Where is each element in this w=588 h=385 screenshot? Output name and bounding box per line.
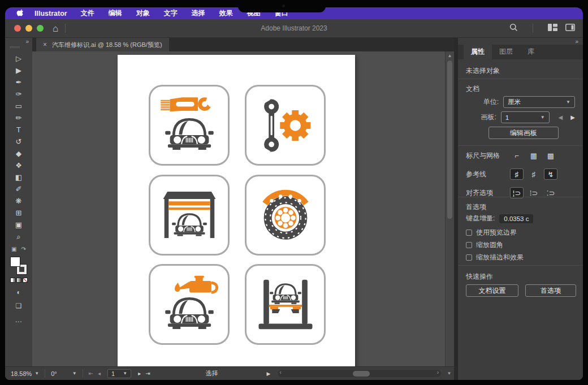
previous-artboard-button[interactable]: ◀ xyxy=(559,114,563,120)
paintbrush-tool[interactable]: ✏ xyxy=(10,112,27,124)
eraser-tool[interactable]: ◆ xyxy=(10,148,27,159)
rotation-dropdown[interactable]: 0° ▼ xyxy=(45,369,82,378)
collapse-panel-icon[interactable]: » xyxy=(575,38,578,45)
artboard[interactable] xyxy=(118,55,355,366)
symbol-sprayer-tool[interactable]: ❋ xyxy=(10,195,27,207)
scale-corners-label: 缩放圆角 xyxy=(476,240,503,250)
menu-item-type[interactable]: 文字 xyxy=(164,8,178,18)
first-artboard-icon[interactable]: ⇤ xyxy=(89,370,93,377)
chevron-down-icon: ▼ xyxy=(123,371,127,376)
workspace-switcher-icon[interactable] xyxy=(548,23,557,33)
zoom-tool[interactable]: ⌕ xyxy=(10,231,27,243)
gradient-swatch-button[interactable] xyxy=(16,278,21,283)
menu-item-object[interactable]: 对象 xyxy=(136,8,150,18)
fill-stroke-control[interactable] xyxy=(10,257,27,274)
scroll-down-icon[interactable]: ▼ xyxy=(444,371,454,376)
menu-item-effect[interactable]: 效果 xyxy=(219,8,233,18)
rectangle-tool[interactable]: ▭ xyxy=(10,100,27,112)
next-artboard-icon[interactable]: ▸ xyxy=(138,370,141,377)
vertical-scrollbar[interactable]: ▲ xyxy=(445,51,454,366)
drawing-mode-icon[interactable]: ◐ xyxy=(16,288,20,296)
search-icon[interactable] xyxy=(509,23,518,34)
horizontal-scroll-thumb[interactable] xyxy=(353,371,370,377)
scroll-up-icon[interactable]: ▲ xyxy=(446,53,454,58)
screen-mode-icon[interactable]: ❏ xyxy=(16,302,22,310)
scroll-right-icon[interactable]: › xyxy=(437,369,439,375)
car-lift-icon[interactable] xyxy=(245,264,326,345)
unit-dropdown[interactable]: 厘米 ▼ xyxy=(503,96,575,108)
scale-strokes-effects-checkbox[interactable] xyxy=(466,254,472,261)
ruler-icon[interactable]: ⌐ xyxy=(510,150,524,161)
swap-fill-stroke-icon[interactable]: ↷ xyxy=(21,246,26,252)
eyedropper-tool[interactable]: ✐ xyxy=(10,183,27,195)
artboard-tool[interactable]: ▣ xyxy=(10,219,27,231)
document-setup-button[interactable]: 文档设置 xyxy=(466,284,518,297)
close-tab-icon[interactable]: × xyxy=(43,41,47,49)
rotate-tool[interactable]: ↺ xyxy=(10,136,27,148)
oil-change-car-icon[interactable] xyxy=(149,264,230,345)
edit-artboard-button[interactable]: 编辑画板 xyxy=(488,127,559,139)
scale-corners-checkbox[interactable] xyxy=(466,242,472,248)
next-artboard-button[interactable]: ▶ xyxy=(570,114,575,120)
fill-swatch[interactable] xyxy=(10,257,20,267)
graph-tool[interactable]: ⊞ xyxy=(10,207,27,219)
pen-tool[interactable]: ✒ xyxy=(10,76,27,88)
tab-properties[interactable]: 属性 xyxy=(464,44,492,59)
pixel-grid-icon[interactable]: ▩ xyxy=(544,150,557,161)
preferences-button[interactable]: 首选项 xyxy=(525,284,576,297)
lock-guides-icon[interactable]: ♯ xyxy=(527,168,541,180)
color-swatch-button[interactable] xyxy=(10,278,15,283)
selection-tool[interactable]: ▷ xyxy=(10,53,27,64)
panel-layout-icon[interactable] xyxy=(565,23,575,33)
titlebar-divider xyxy=(533,24,533,33)
chevron-down-icon: ▼ xyxy=(566,100,570,105)
garage-car-icon[interactable] xyxy=(149,175,230,256)
tab-libraries[interactable]: 库 xyxy=(520,44,542,59)
gradient-tool[interactable]: ◧ xyxy=(10,171,27,183)
status-flyout-icon[interactable]: ▶ xyxy=(267,371,271,377)
keyboard-increment-field[interactable]: 0.0353 c xyxy=(499,214,533,223)
wheel-bearing-brake-icon[interactable] xyxy=(245,175,326,256)
car-service-brush-wrench-icon[interactable] xyxy=(149,85,230,166)
artboard-nav-dropdown[interactable]: 1 ▼ xyxy=(107,369,131,378)
last-artboard-icon[interactable]: ⇥ xyxy=(145,370,150,377)
document-tab-label: 汽车维修标识.ai @ 18.58 % (RGB/预览) xyxy=(52,41,162,49)
curvature-tool[interactable]: ✑ xyxy=(10,88,27,100)
shape-builder-tool[interactable]: ❖ xyxy=(10,159,27,171)
tab-layers[interactable]: 图层 xyxy=(492,44,520,59)
collapse-tools-icon[interactable]: » xyxy=(25,38,29,45)
guides-label: 参考线 xyxy=(466,170,510,179)
vertical-scroll-thumb[interactable] xyxy=(447,60,452,219)
menu-item-edit[interactable]: 编辑 xyxy=(109,8,122,18)
menu-item-file[interactable]: 文件 xyxy=(81,8,94,18)
tools-panel: » ▷ ▶ ✒ ✑ ▭ ✏ T ↺ ◆ ❖ ◧ ✐ ❋ ⊞ ▣ ⌕ ▣ ↷ xyxy=(5,38,32,366)
document-tab[interactable]: × 汽车维修标识.ai @ 18.58 % (RGB/预览) xyxy=(36,38,169,51)
direct-selection-tool[interactable]: ▶ xyxy=(10,64,27,76)
previous-artboard-icon[interactable]: ◂ xyxy=(98,370,101,377)
horizontal-scrollbar[interactable]: ‹ › xyxy=(278,370,442,377)
grid-icon[interactable]: ▦ xyxy=(527,150,541,161)
none-swatch-button[interactable] xyxy=(23,278,28,283)
scale-strokes-effects-label: 缩放描边和效果 xyxy=(476,253,524,262)
artboard-label: 画板: xyxy=(458,113,496,122)
app-menu[interactable]: Illustrator xyxy=(34,10,67,18)
edit-toolbar-icon[interactable]: ⋯ xyxy=(15,318,23,326)
tools-grip[interactable] xyxy=(10,46,20,48)
zoom-level-dropdown[interactable]: 18.58% ▼ xyxy=(5,369,45,378)
change-artboard-icon[interactable]: ▣ xyxy=(11,246,16,252)
no-selection-label: 未选择对象 xyxy=(466,66,500,76)
chevron-down-icon: ▼ xyxy=(541,115,545,120)
macbook-screen: Illustrator 文件 编辑 对象 文字 选择 效果 视图 窗口 ⌂ Ad… xyxy=(0,0,588,385)
smart-guides-icon[interactable]: ↯ xyxy=(544,168,557,180)
show-guides-icon[interactable]: ♯ xyxy=(510,168,524,180)
camera-notch xyxy=(238,0,326,12)
apple-menu-icon[interactable] xyxy=(16,9,24,18)
canvas-area[interactable] xyxy=(32,51,445,366)
scroll-left-icon[interactable]: ‹ xyxy=(280,369,282,375)
menu-item-select[interactable]: 选择 xyxy=(192,8,205,18)
wrench-gear-icon[interactable] xyxy=(245,85,326,166)
artboard-dropdown[interactable]: 1 ▼ xyxy=(501,111,550,123)
unit-label: 单位: xyxy=(458,97,499,107)
use-preview-bounds-checkbox[interactable] xyxy=(466,230,472,236)
type-tool[interactable]: T xyxy=(10,124,27,136)
